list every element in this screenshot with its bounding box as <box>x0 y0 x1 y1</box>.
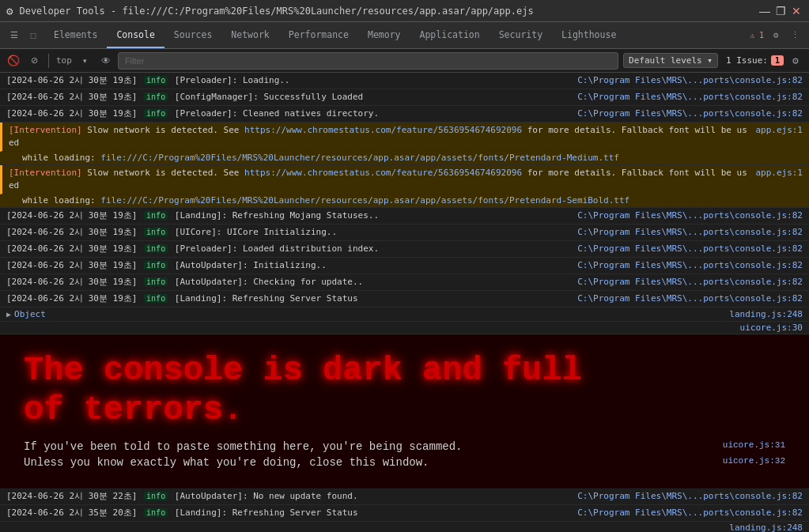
message: [ConfigManager]: Successfully Loaded <box>175 92 363 102</box>
console-line: [2024-06-26 2시 30분 19초] info [ConfigMana… <box>0 89 809 106</box>
timestamp: [2024-06-26 2시 30분 19초] <box>6 260 142 270</box>
title-bar: ⚙️ Developer Tools - file:///C:/Program%… <box>0 0 809 22</box>
console-line: [2024-06-26 2시 30분 19초] info [Preloader]… <box>0 73 809 89</box>
toolbar-separator <box>48 54 49 68</box>
last-source-row: landing.js:248 <box>0 522 809 532</box>
level-select[interactable]: Default levels ▾ <box>623 53 718 68</box>
message: [Landing]: Refreshing Server Status <box>175 507 358 518</box>
tab-sources[interactable]: Sources <box>164 22 221 48</box>
big-warning-sub: If you've been told to paste something h… <box>24 440 785 469</box>
message: Slow network is detected. See <box>87 168 244 178</box>
line-content: [2024-06-26 2시 30분 19초] info [AutoUpdate… <box>6 259 571 272</box>
hamburger-icon[interactable]: ☰ <box>6 28 22 43</box>
tag-info: info <box>144 76 168 85</box>
object-label[interactable]: Object <box>14 309 46 319</box>
close-button[interactable]: ✕ <box>790 5 803 17</box>
line-content: [2024-06-26 2시 30분 19초] info [Landing]: … <box>6 209 571 222</box>
more-icon[interactable]: ⋮ <box>787 28 803 43</box>
timestamp: [2024-06-26 2시 30분 19초] <box>6 210 142 221</box>
filter-button[interactable]: ⊘ <box>25 52 43 70</box>
timestamp: [2024-06-26 2시 30분 19초] <box>6 227 142 237</box>
chromestatus-link[interactable]: https://www.chromestatus.com/feature/563… <box>244 125 522 135</box>
eye-icon[interactable]: 👁 <box>97 52 115 70</box>
timestamp: [2024-06-26 2시 30분 22초] <box>6 491 142 501</box>
timestamp: [2024-06-26 2시 35분 20초] <box>6 507 142 518</box>
line-source[interactable]: C:\Program Files\MRS\...ports\console.js… <box>577 226 803 239</box>
line-source[interactable]: C:\Program Files\MRS\...ports\console.js… <box>577 259 803 272</box>
message: [AutoUpdater]: Initializing.. <box>175 260 327 270</box>
line-source[interactable]: C:\Program Files\MRS\...ports\console.js… <box>577 507 803 519</box>
line-content: [2024-06-26 2시 30분 19초] info [Preloader]… <box>6 74 571 87</box>
font-link[interactable]: file:///C:/Program%20Files/MRS%20Launche… <box>100 153 619 163</box>
big-warning-section: The console is dark and fullof terrors. … <box>0 334 809 489</box>
message: [Landing]: Refreshing Mojang Statuses.. <box>175 210 379 221</box>
top-dropdown-button[interactable]: ▾ <box>77 52 94 70</box>
console-line: [2024-06-26 2시 30분 19초] info [Preloader]… <box>0 241 809 258</box>
chevron-right-icon[interactable]: ▶ <box>6 310 11 319</box>
console-area[interactable]: [2024-06-26 2시 30분 19초] info [Preloader]… <box>0 73 809 532</box>
warning-text-1: If you've been told to paste something h… <box>24 440 463 453</box>
tag-info: info <box>144 508 168 517</box>
tab-lighthouse[interactable]: Lighthouse <box>552 22 626 48</box>
line-source[interactable]: C:\Program Files\MRS\...ports\console.js… <box>577 243 803 255</box>
warning-source-2[interactable]: uicore.js:32 <box>723 456 785 469</box>
warning-source-1[interactable]: uicore.js:31 <box>723 440 785 453</box>
timestamp: [2024-06-26 2시 30분 19초] <box>6 277 142 287</box>
issue-badge: 1 Issue: 1 <box>726 55 784 66</box>
console-line-warn-2: [Intervention] Slow network is detected.… <box>0 165 809 194</box>
line-source[interactable]: C:\Program Files\MRS\...ports\console.js… <box>577 108 803 120</box>
tab-security[interactable]: Security <box>490 22 552 48</box>
tab-performance[interactable]: Performance <box>279 22 358 48</box>
console-line: [2024-06-26 2시 30분 19초] info [Preloader]… <box>0 106 809 123</box>
clear-console-button[interactable]: 🚫 <box>5 52 22 70</box>
line-source[interactable]: C:\Program Files\MRS\...ports\console.js… <box>577 74 803 87</box>
issue-icon[interactable]: ⚠ 1 <box>749 28 765 43</box>
top-label: top <box>56 55 72 66</box>
message: [AutoUpdater]: No new update found. <box>175 491 358 501</box>
line-source[interactable]: C:\Program Files\MRS\...ports\console.js… <box>577 276 803 289</box>
line-source[interactable]: C:\Program Files\MRS\...ports\console.js… <box>577 209 803 222</box>
line-source[interactable]: app.ejs:1 <box>755 124 803 137</box>
intervention-tag: [Intervention] <box>9 168 82 178</box>
warning-line-2: Unless you know exactly what you're doin… <box>24 456 785 469</box>
console-line-late-1: [2024-06-26 2시 30분 22초] info [AutoUpdate… <box>0 489 809 505</box>
font-link-2[interactable]: file:///C:/Program%20Files/MRS%20Launche… <box>100 195 629 206</box>
tab-network[interactable]: Network <box>221 22 278 48</box>
filter-input[interactable] <box>118 52 618 70</box>
console-settings-icon[interactable]: ⚙ <box>787 52 804 70</box>
line-content: [2024-06-26 2시 30분 19초] info [Landing]: … <box>6 292 571 305</box>
line-content: [Intervention] Slow network is detected.… <box>9 124 749 149</box>
timestamp: [2024-06-26 2시 30분 19초] <box>6 243 142 254</box>
message: [AutoUpdater]: Checking for update.. <box>175 277 363 287</box>
tab-application[interactable]: Application <box>410 22 490 48</box>
console-line-warn: [Intervention] Slow network is detected.… <box>0 123 809 152</box>
warn-continuation: while loading: file:///C:/Program%20File… <box>0 152 809 165</box>
maximize-button[interactable]: ❐ <box>774 5 787 17</box>
line-content: [2024-06-26 2시 30분 19초] info [AutoUpdate… <box>6 276 571 289</box>
line-source[interactable]: app.ejs:1 <box>755 167 803 179</box>
uicore-source[interactable]: uicore.js:30 <box>740 323 803 333</box>
settings-tab-icon[interactable]: ⚙ <box>768 28 784 43</box>
message: [Preloader]: Loading.. <box>175 75 290 85</box>
timestamp: [2024-06-26 2시 30분 19초] <box>6 92 142 102</box>
line-source[interactable]: C:\Program Files\MRS\...ports\console.js… <box>577 292 803 305</box>
console-line: [2024-06-26 2시 30분 19초] info [AutoUpdate… <box>0 258 809 274</box>
minimize-button[interactable]: — <box>758 5 771 17</box>
inspect-icon[interactable]: ⬚ <box>25 28 41 43</box>
intervention-tag: [Intervention] <box>9 125 82 135</box>
chromestatus-link-2[interactable]: https://www.chromestatus.com/feature/563… <box>244 168 522 178</box>
console-line: [2024-06-26 2시 30분 19초] info [Landing]: … <box>0 291 809 308</box>
tab-memory[interactable]: Memory <box>358 22 410 48</box>
timestamp: [2024-06-26 2시 30분 19초] <box>6 75 142 85</box>
level-select-text: Default levels ▾ <box>629 55 713 66</box>
line-content: [Intervention] Slow network is detected.… <box>9 167 749 192</box>
tab-console[interactable]: Console <box>107 22 164 48</box>
message: Slow network is detected. See <box>87 125 244 135</box>
line-source[interactable]: C:\Program Files\MRS\...ports\console.js… <box>577 91 803 104</box>
object-source[interactable]: landing.js:248 <box>729 309 803 319</box>
line-source[interactable]: C:\Program Files\MRS\...ports\console.js… <box>577 490 803 503</box>
issue-text: 1 Issue: <box>726 55 768 66</box>
tab-elements[interactable]: Elements <box>44 22 107 48</box>
last-source[interactable]: landing.js:248 <box>729 523 803 532</box>
tag-info: info <box>144 92 168 101</box>
